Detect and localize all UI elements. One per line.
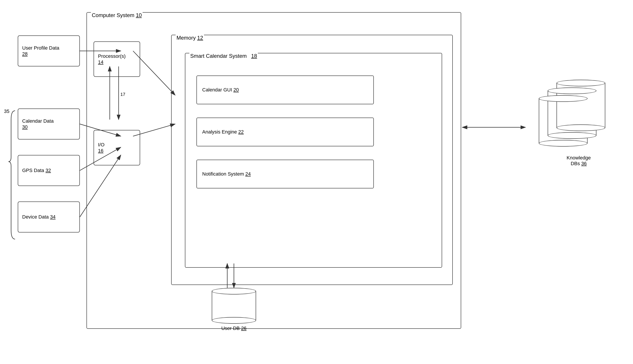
processor-number: 14	[98, 59, 103, 65]
io-number: 16	[98, 148, 103, 154]
notification-system-box: Notification System 24	[196, 160, 374, 188]
user-profile-data-box: User Profile Data 28	[18, 36, 80, 66]
analysis-engine-label: Analysis Engine 22	[202, 129, 244, 135]
memory-box: Memory 12 Smart Calendar System 18 Calen…	[171, 35, 453, 285]
knowledge-db-front-bottom	[556, 124, 605, 131]
calendar-data-number: 30	[22, 124, 28, 130]
knowledge-db-back-top	[539, 95, 587, 102]
computer-system-box: Computer System 10 Processor(s) 14 I/O 1…	[86, 12, 461, 329]
smart-calendar-box: Smart Calendar System 18 Calendar GUI 20…	[185, 53, 442, 268]
calendar-gui-label: Calendar GUI 20	[202, 87, 239, 93]
user-db-body	[212, 292, 256, 320]
calendar-gui-box: Calendar GUI 20	[196, 76, 374, 104]
device-data-box: Device Data 34	[18, 202, 80, 232]
gps-data-box: GPS Data 32	[18, 155, 80, 186]
user-db-cylinder: User DB 26	[212, 288, 256, 331]
knowledge-db-front	[556, 80, 605, 131]
user-db-bottom	[212, 317, 256, 324]
io-box: I/O 16	[94, 130, 140, 166]
io-connection-label: 17	[120, 92, 125, 97]
knowledge-db-front-top	[556, 80, 605, 86]
calendar-data-label: Calendar Data	[22, 118, 54, 124]
notification-system-label: Notification System 24	[202, 171, 251, 177]
processor-label: Processor(s)	[98, 53, 126, 60]
user-profile-data-number: 28	[22, 51, 28, 57]
user-db-top	[212, 288, 256, 294]
memory-label: Memory 12	[176, 35, 204, 41]
analysis-engine-box: Analysis Engine 22	[196, 118, 374, 146]
knowledge-dbs-label: KnowledgeDBs 36	[548, 155, 610, 166]
smart-calendar-label: Smart Calendar System 18	[189, 53, 258, 59]
user-db-label: User DB 26	[221, 326, 247, 331]
diagram: Computer System 10 Processor(s) 14 I/O 1…	[0, 0, 633, 364]
calendar-data-box: Calendar Data 30	[18, 108, 80, 140]
gps-data-label: GPS Data 32	[22, 168, 51, 174]
knowledge-db-mid-top	[548, 88, 596, 94]
user-profile-data-label: User Profile Data	[22, 45, 59, 51]
processor-box: Processor(s) 14	[94, 42, 140, 77]
device-data-label: Device Data 34	[22, 214, 55, 220]
computer-system-label: Computer System 10	[91, 12, 143, 18]
knowledge-db-mid-bottom	[548, 132, 596, 139]
group-label: 35	[4, 108, 9, 114]
io-label: I/O	[98, 142, 104, 148]
knowledge-db-back-bottom	[539, 140, 587, 146]
